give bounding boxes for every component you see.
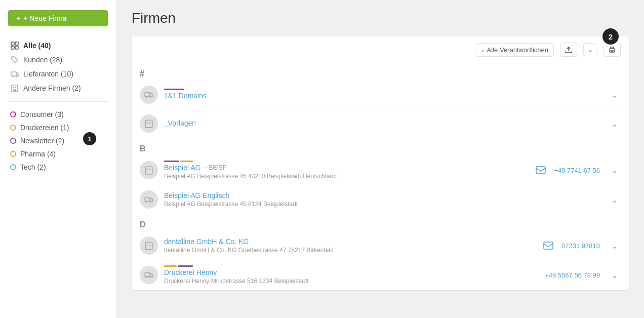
svg-rect-33 xyxy=(544,242,553,249)
company-address: Beispiel AG Beispielstrasse 45 8124 Beis… xyxy=(164,201,602,208)
email-button[interactable] xyxy=(536,166,546,174)
company-name[interactable]: 1&1 Domains xyxy=(164,92,207,100)
color-bar-orange xyxy=(164,265,177,267)
page-title: Firmen xyxy=(132,10,629,26)
truck-icon xyxy=(10,69,19,78)
dropdown-button[interactable]: ⌄ xyxy=(583,43,597,56)
tag-icon xyxy=(10,55,19,64)
company-address: Druckerei Henny Mirkostrasse 516 1234 Be… xyxy=(164,277,539,285)
sidebar-item-alle[interactable]: Alle (40) xyxy=(8,38,108,53)
expand-button[interactable]: ⌄ xyxy=(608,89,621,101)
sidebar-kunden-label: Kunden (28) xyxy=(23,56,62,64)
company-name-row: Beispiel AG – BEISP xyxy=(164,164,530,172)
avatar xyxy=(140,86,158,104)
svg-rect-5 xyxy=(11,72,16,76)
pharma-dot xyxy=(10,151,16,157)
company-name-row: dentalline GmbH & Co. KG xyxy=(164,237,537,246)
expand-button[interactable]: ⌄ xyxy=(608,194,621,206)
expand-button[interactable]: ⌄ xyxy=(608,240,621,252)
section-header-d: D xyxy=(132,214,629,231)
verantwortlichen-filter-button[interactable]: ⌄ Alle Verantwortlichen xyxy=(475,43,554,57)
svg-rect-32 xyxy=(149,245,150,246)
table-row[interactable]: Druckerei Henny Druckerei Henny Mirkostr… xyxy=(132,260,629,290)
sidebar-item-lieferanten[interactable]: Lieferanten (10) xyxy=(8,67,108,81)
avatar xyxy=(140,266,158,284)
sidebar-item-newsletter[interactable]: Newsletter (2) 1 xyxy=(8,134,108,147)
company-info: 1&1 Domains xyxy=(164,89,602,101)
sidebar-item-andere[interactable]: Andere Firmen (2) xyxy=(8,81,108,95)
svg-rect-20 xyxy=(145,120,152,128)
print-button[interactable] xyxy=(603,43,621,57)
company-name-row: Beispiel AG Englisch xyxy=(164,191,602,200)
svg-point-28 xyxy=(146,201,147,202)
sidebar-item-kunden[interactable]: Kunden (28) xyxy=(8,53,108,67)
company-actions: 07231 97810 ⌄ xyxy=(543,240,621,252)
company-name[interactable]: dentalline GmbH & Co. KG xyxy=(164,237,249,246)
avatar xyxy=(140,236,158,255)
svg-rect-16 xyxy=(611,51,613,52)
svg-rect-13 xyxy=(14,90,16,92)
svg-rect-25 xyxy=(149,169,150,170)
toolbar: ⌄ Alle Verantwortlichen ⌄ xyxy=(132,36,629,63)
table-row[interactable]: Beispiel AG – BEISP Beispiel AG Beispiel… xyxy=(132,155,629,185)
newsletter-dot xyxy=(10,138,16,144)
company-actions: ⌄ xyxy=(608,89,621,101)
new-firma-button[interactable]: + + Neue Firma xyxy=(8,10,108,26)
svg-rect-23 xyxy=(145,167,152,174)
svg-rect-24 xyxy=(147,169,148,170)
company-name[interactable]: Beispiel AG Englisch xyxy=(164,191,229,200)
svg-point-36 xyxy=(150,276,151,277)
sidebar-pharma-label: Pharma (4) xyxy=(20,150,56,158)
expand-button[interactable]: ⌄ xyxy=(608,118,621,130)
svg-rect-9 xyxy=(13,87,14,88)
sidebar-item-pharma[interactable]: Pharma (4) xyxy=(8,147,108,161)
color-bars xyxy=(164,161,530,162)
svg-point-18 xyxy=(146,96,147,97)
sidebar-item-tech[interactable]: Tech (2) xyxy=(8,161,108,174)
sidebar-item-consumer[interactable]: Consumer (3) xyxy=(8,108,108,121)
table-row[interactable]: dentalline GmbH & Co. KG dentalline GmbH… xyxy=(132,231,629,260)
table-row[interactable]: Beispiel AG Englisch Beispiel AG Beispie… xyxy=(132,185,629,214)
color-bar-orange xyxy=(180,161,193,162)
svg-point-19 xyxy=(150,96,151,97)
phone-number: +49 7741 67 56 xyxy=(554,167,600,174)
sidebar-item-druckereien[interactable]: Druckereien (1) xyxy=(8,121,108,134)
svg-rect-27 xyxy=(145,197,150,202)
sidebar-main-nav: Alle (40) Kunden (28) Liefer xyxy=(8,38,108,95)
sidebar-consumer-label: Consumer (3) xyxy=(20,110,64,118)
color-bars xyxy=(164,265,539,267)
company-name-row: _Vorlagen xyxy=(164,119,602,127)
company-name[interactable]: _Vorlagen xyxy=(164,119,196,127)
avatar xyxy=(140,190,158,209)
svg-point-35 xyxy=(146,276,147,277)
expand-button[interactable]: ⌄ xyxy=(608,269,621,281)
company-info: _Vorlagen xyxy=(164,119,602,128)
chevron-down-icon: ⌄ xyxy=(480,47,485,53)
company-tag: – BEISP xyxy=(204,164,226,171)
upload-button[interactable] xyxy=(560,43,577,57)
company-info: Beispiel AG Englisch Beispiel AG Beispie… xyxy=(164,191,602,208)
svg-point-4 xyxy=(13,58,14,59)
svg-rect-0 xyxy=(11,42,14,45)
svg-rect-34 xyxy=(145,273,150,277)
expand-button[interactable]: ⌄ xyxy=(608,165,621,176)
svg-point-6 xyxy=(12,76,14,77)
company-actions: ⌄ xyxy=(608,118,621,130)
table-row[interactable]: _Vorlagen ⌄ xyxy=(132,109,629,138)
chevron-down-icon-2: ⌄ xyxy=(588,46,593,53)
company-address: dentalline GmbH & Co. KG Goethestrasse 4… xyxy=(164,247,537,254)
email-button[interactable] xyxy=(543,242,553,250)
company-info: Beispiel AG – BEISP Beispiel AG Beispiel… xyxy=(164,161,530,180)
svg-rect-31 xyxy=(147,245,148,246)
svg-rect-21 xyxy=(147,123,148,124)
avatar xyxy=(140,114,158,133)
table-row[interactable]: 1&1 Domains ⌄ xyxy=(132,81,629,109)
svg-rect-26 xyxy=(536,167,545,174)
building-icon xyxy=(10,84,19,93)
company-info: Druckerei Henny Druckerei Henny Mirkostr… xyxy=(164,265,539,285)
company-name[interactable]: Druckerei Henny xyxy=(164,268,217,276)
badge-2: 2 xyxy=(602,28,619,45)
section-header-hash: # xyxy=(132,63,629,81)
svg-rect-2 xyxy=(11,46,14,49)
company-name[interactable]: Beispiel AG xyxy=(164,164,200,172)
